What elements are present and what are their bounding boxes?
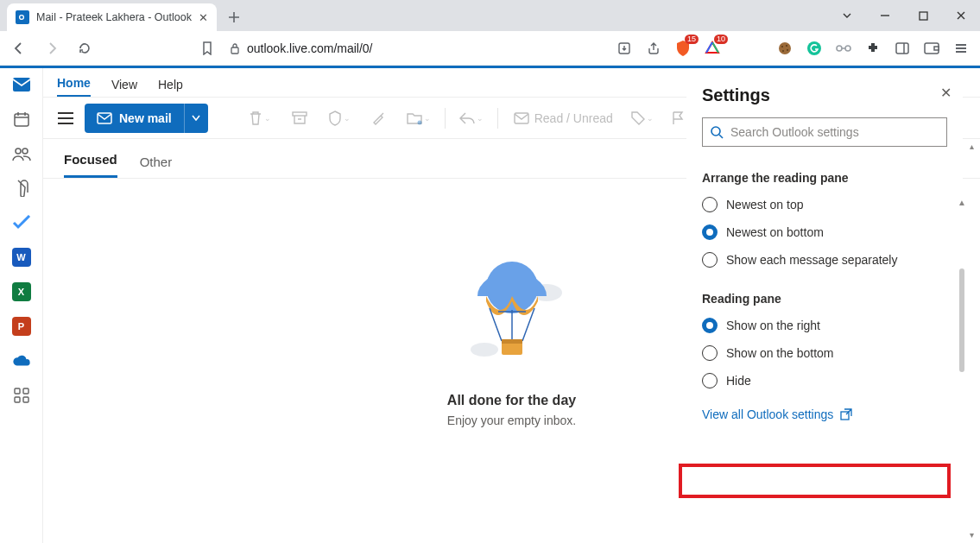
hamburger-icon[interactable]: [52, 104, 79, 132]
link-icon[interactable]: [833, 38, 854, 59]
lock-icon: [230, 42, 240, 54]
page-scrollbar[interactable]: ▴ ▾: [964, 139, 978, 541]
popout-icon: [840, 408, 852, 420]
delete-icon[interactable]: ⌄: [243, 104, 277, 132]
svg-rect-2: [920, 12, 927, 20]
scroll-arrow-down-icon[interactable]: ▾: [964, 527, 978, 541]
cookie-icon[interactable]: [775, 38, 795, 59]
read-unread-label: Read / Unread: [534, 111, 613, 125]
brave-rewards-icon[interactable]: 10: [702, 38, 723, 59]
svg-rect-22: [15, 397, 20, 402]
new-mail-dropdown[interactable]: [184, 104, 208, 133]
svg-rect-13: [896, 43, 908, 54]
svg-rect-27: [515, 113, 528, 123]
share-icon[interactable]: [643, 38, 664, 59]
tab-close-icon[interactable]: ✕: [199, 11, 208, 24]
empty-title: All done for the day: [447, 393, 576, 408]
balloon-illustration: [452, 256, 572, 377]
tab-other[interactable]: Other: [140, 155, 173, 178]
shield-badge: 15: [685, 35, 699, 44]
radio-newest-top[interactable]: Newest on top: [702, 197, 947, 212]
radio-newest-bottom[interactable]: Newest on bottom: [702, 224, 947, 240]
rewards-badge: 10: [714, 35, 728, 44]
nav-forward-button[interactable]: [41, 38, 62, 59]
window-maximize-button[interactable]: [904, 3, 942, 28]
browser-menu-icon[interactable]: [951, 38, 971, 59]
tab-home[interactable]: Home: [57, 76, 91, 97]
radio-hide[interactable]: Hide: [702, 373, 947, 388]
excel-icon[interactable]: X: [12, 282, 31, 301]
sweep-icon[interactable]: [362, 104, 396, 132]
address-bar[interactable]: outlook.live.com/mail/0/: [230, 41, 373, 55]
new-tab-button[interactable]: [222, 5, 246, 29]
scroll-arrow-up-icon[interactable]: ▴: [964, 139, 978, 153]
svg-rect-17: [15, 114, 28, 126]
word-icon[interactable]: W: [12, 248, 31, 267]
reload-button[interactable]: [74, 38, 95, 59]
browser-toolbar: outlook.live.com/mail/0/ 15 10: [0, 31, 980, 66]
nav-back-button[interactable]: [9, 38, 29, 59]
move-icon[interactable]: ⌄: [401, 104, 436, 132]
svg-rect-14: [925, 43, 939, 54]
todo-icon[interactable]: [12, 213, 31, 232]
svg-point-33: [711, 127, 720, 136]
radio-show-right[interactable]: Show on the right: [702, 318, 947, 333]
onedrive-icon[interactable]: [12, 351, 31, 370]
tab-help[interactable]: Help: [158, 78, 183, 97]
view-all-settings-link[interactable]: View all Outlook settings: [702, 407, 947, 421]
grammarly-icon[interactable]: [804, 38, 825, 59]
people-icon[interactable]: [12, 144, 31, 163]
window-minimize-button[interactable]: [866, 3, 904, 28]
more-apps-icon[interactable]: [12, 386, 31, 405]
outlook-favicon: [16, 10, 29, 24]
files-icon[interactable]: [12, 179, 31, 198]
empty-subtitle: Enjoy your empty inbox.: [447, 414, 576, 427]
svg-point-6: [781, 46, 783, 47]
mail-icon[interactable]: [12, 75, 31, 94]
tab-view[interactable]: View: [111, 78, 137, 97]
powerpoint-icon[interactable]: P: [12, 317, 31, 336]
window-close-button[interactable]: [942, 3, 980, 28]
svg-rect-3: [231, 47, 238, 54]
read-unread-button[interactable]: Read / Unread: [507, 104, 620, 132]
svg-point-11: [837, 46, 842, 51]
svg-rect-23: [23, 397, 28, 402]
sidepanel-icon[interactable]: [892, 38, 913, 59]
browser-tab[interactable]: Mail - Prateek Lakhera - Outlook ✕: [7, 3, 217, 31]
envelope-icon: [514, 112, 529, 124]
svg-point-8: [787, 49, 788, 51]
bookmark-icon[interactable]: [197, 38, 218, 59]
settings-title: Settings: [702, 85, 947, 105]
chevron-down-icon[interactable]: [828, 3, 866, 28]
settings-panel: Settings ✕ ▲ Arrange the reading pane Ne…: [686, 68, 963, 543]
svg-rect-32: [502, 339, 522, 344]
radio-show-bottom[interactable]: Show on the bottom: [702, 345, 947, 361]
report-icon[interactable]: ⌄: [322, 104, 357, 132]
brave-shield-icon[interactable]: 15: [673, 38, 693, 59]
reply-icon[interactable]: ⌄: [454, 104, 489, 132]
svg-rect-16: [13, 78, 30, 92]
svg-rect-21: [23, 388, 28, 394]
new-mail-button[interactable]: New mail: [85, 104, 208, 133]
new-mail-label: New mail: [119, 111, 172, 125]
install-app-icon[interactable]: [614, 38, 635, 59]
app-rail: W X P: [0, 68, 43, 543]
svg-point-19: [22, 148, 28, 154]
annotation-highlight: [679, 464, 951, 498]
settings-close-button[interactable]: ✕: [933, 80, 958, 104]
browser-titlebar: Mail - Prateek Lakhera - Outlook ✕: [0, 0, 980, 31]
settings-search[interactable]: [702, 117, 947, 147]
radio-separate[interactable]: Show each message separately: [702, 252, 947, 268]
archive-icon[interactable]: [282, 104, 317, 132]
svg-point-30: [486, 262, 538, 313]
svg-point-9: [782, 50, 784, 52]
settings-search-input[interactable]: [730, 125, 939, 139]
svg-rect-25: [293, 112, 307, 116]
svg-point-5: [779, 42, 791, 54]
svg-point-10: [807, 41, 821, 55]
tab-focused[interactable]: Focused: [64, 152, 117, 178]
tag-icon[interactable]: ⌄: [625, 104, 660, 132]
calendar-icon[interactable]: [12, 110, 31, 129]
extensions-icon[interactable]: [863, 38, 883, 59]
wallet-icon[interactable]: [921, 38, 942, 59]
